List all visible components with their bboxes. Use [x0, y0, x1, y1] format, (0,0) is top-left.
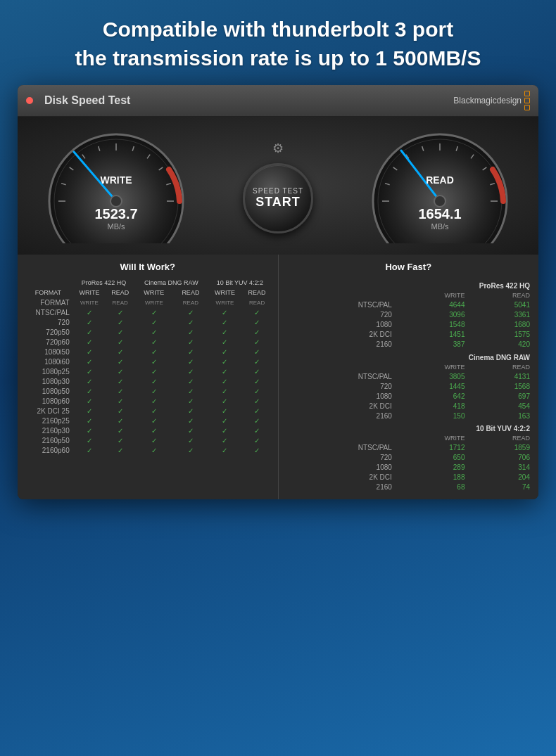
- check-cell: ✓: [242, 435, 272, 445]
- write-value: 3805: [395, 371, 468, 381]
- format-cell: 1080p25: [23, 366, 73, 376]
- title-bar: Disk Speed Test Blackmagicdesign: [18, 85, 538, 117]
- checkmark: ✓: [151, 407, 157, 415]
- checkmark: ✓: [87, 328, 92, 336]
- read-value: 706: [467, 453, 533, 463]
- checkmark: ✓: [188, 397, 194, 405]
- checkmark: ✓: [254, 338, 260, 346]
- checkmark: ✓: [151, 397, 157, 405]
- brand-icon: [524, 91, 530, 110]
- format-cell: 2160p60: [23, 445, 73, 455]
- checkmark: ✓: [151, 368, 157, 376]
- write-value: 1712: [395, 443, 468, 453]
- checkmark: ✓: [118, 309, 123, 316]
- checkmark: ✓: [222, 437, 227, 444]
- row-label: 2K DCI: [284, 330, 395, 340]
- checkmark: ✓: [118, 378, 123, 385]
- check-cell: ✓: [73, 366, 106, 376]
- close-button[interactable]: [26, 97, 33, 104]
- checkmark: ✓: [254, 397, 260, 405]
- start-button[interactable]: SPEED TEST START: [243, 163, 313, 233]
- write-value: 387: [395, 340, 468, 350]
- col-header: [284, 362, 395, 371]
- check-cell: ✓: [242, 327, 272, 337]
- checkmark: ✓: [87, 309, 92, 316]
- check-cell: ✓: [134, 376, 173, 386]
- check-cell: ✓: [173, 337, 208, 347]
- read-gauge-container: READ 1654.1 MB/s: [362, 131, 517, 243]
- format-cell: FORMAT: [23, 297, 73, 307]
- checkmark: ✓: [222, 387, 227, 395]
- read-value: 1575: [467, 330, 533, 340]
- check-cell: ✓: [73, 445, 106, 455]
- checkmark: ✓: [254, 427, 260, 435]
- svg-text:1523.7: 1523.7: [94, 206, 137, 222]
- write-value: 1451: [395, 330, 468, 340]
- checkmark: ✓: [254, 378, 260, 385]
- checkmark: ✓: [188, 358, 194, 366]
- checkmark: ✓: [151, 319, 157, 326]
- svg-text:WRITE: WRITE: [100, 174, 132, 186]
- read-value: 314: [467, 463, 533, 473]
- checkmark: ✓: [254, 348, 260, 356]
- check-cell: ✓: [208, 357, 241, 366]
- read-value: 454: [467, 401, 533, 411]
- check-cell: ✓: [208, 425, 241, 435]
- check-cell: ✓: [173, 386, 208, 396]
- how-fast-table: ProRes 422 HQWRITEREADNTSC/PAL4644504172…: [284, 278, 533, 492]
- svg-text:MB/s: MB/s: [431, 222, 449, 231]
- checkmark: ✓: [188, 427, 194, 435]
- checkmark: ✓: [222, 397, 227, 405]
- write-value: 150: [395, 411, 468, 421]
- check-cell: ✓: [106, 406, 134, 416]
- col-header: READ: [467, 291, 533, 300]
- checkmark: ✓: [118, 417, 123, 425]
- read-value: 1680: [467, 320, 533, 330]
- check-cell: ✓: [106, 366, 134, 376]
- write-value: 418: [395, 401, 468, 411]
- check-cell: ✓: [242, 416, 272, 425]
- check-cell: ✓: [73, 337, 106, 347]
- check-cell: ✓: [173, 357, 208, 366]
- section-header: Cinema DNG RAW: [284, 350, 533, 363]
- check-cell: ✓: [242, 406, 272, 416]
- start-button-label-small: SPEED TEST: [253, 187, 303, 195]
- check-cell: ✓: [134, 425, 173, 435]
- check-cell: ✓: [208, 366, 241, 376]
- gear-icon[interactable]: ⚙: [272, 141, 284, 156]
- check-cell: ✓: [208, 347, 241, 357]
- read-value: 1859: [467, 443, 533, 453]
- check-cell: ✓: [134, 327, 173, 337]
- check-cell: ✓: [73, 307, 106, 317]
- checkmark: ✓: [222, 378, 227, 385]
- check-cell: ✓: [173, 425, 208, 435]
- write-value: 1548: [395, 320, 468, 330]
- check-cell: ✓: [134, 357, 173, 366]
- checkmark: ✓: [188, 447, 194, 454]
- check-cell: ✓: [242, 396, 272, 406]
- format-cell: 720p60: [23, 337, 73, 347]
- check-cell: ✓: [242, 307, 272, 317]
- check-cell: ✓: [208, 386, 241, 396]
- check-cell: ✓: [73, 376, 106, 386]
- checkmark: ✓: [118, 348, 123, 356]
- checkmark: ✓: [254, 358, 260, 366]
- check-cell: ✓: [242, 386, 272, 396]
- check-cell: ✓: [134, 386, 173, 396]
- brand-text: Blackmagicdesign: [453, 96, 522, 105]
- check-cell: ✓: [173, 327, 208, 337]
- check-cell: ✓: [73, 386, 106, 396]
- check-cell: ✓: [208, 376, 241, 386]
- checkmark: ✓: [254, 447, 260, 454]
- checkmark: ✓: [188, 319, 194, 326]
- check-cell: ✓: [106, 337, 134, 347]
- format-cell: 720: [23, 317, 73, 327]
- check-cell: ✓: [134, 445, 173, 455]
- checkmark: ✓: [151, 378, 157, 385]
- checkmark: ✓: [222, 358, 227, 366]
- check-cell: ✓: [106, 317, 134, 327]
- check-cell: ✓: [173, 376, 208, 386]
- svg-text:READ: READ: [426, 174, 454, 186]
- check-cell: ✓: [106, 376, 134, 386]
- checkmark: ✓: [118, 328, 123, 336]
